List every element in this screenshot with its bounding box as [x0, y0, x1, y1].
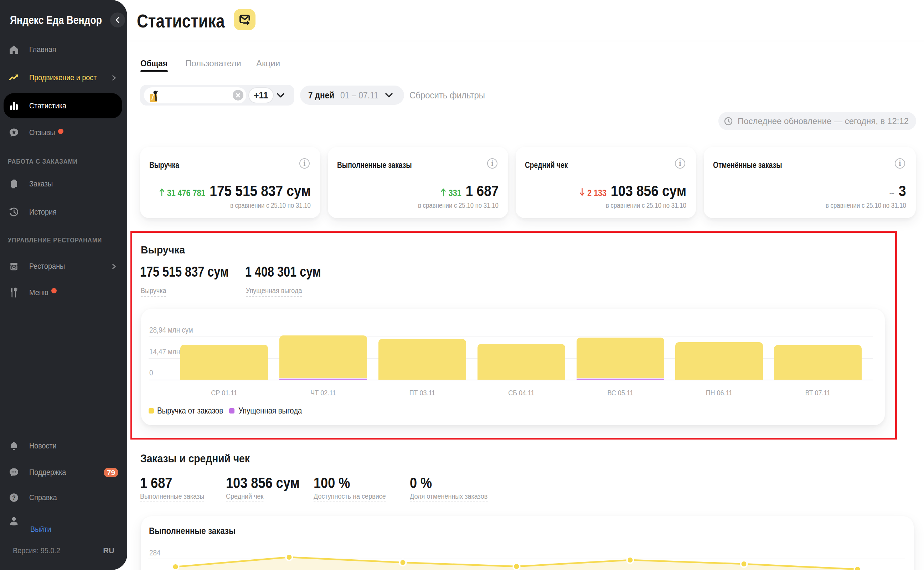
svg-text:?: ?	[12, 495, 16, 501]
